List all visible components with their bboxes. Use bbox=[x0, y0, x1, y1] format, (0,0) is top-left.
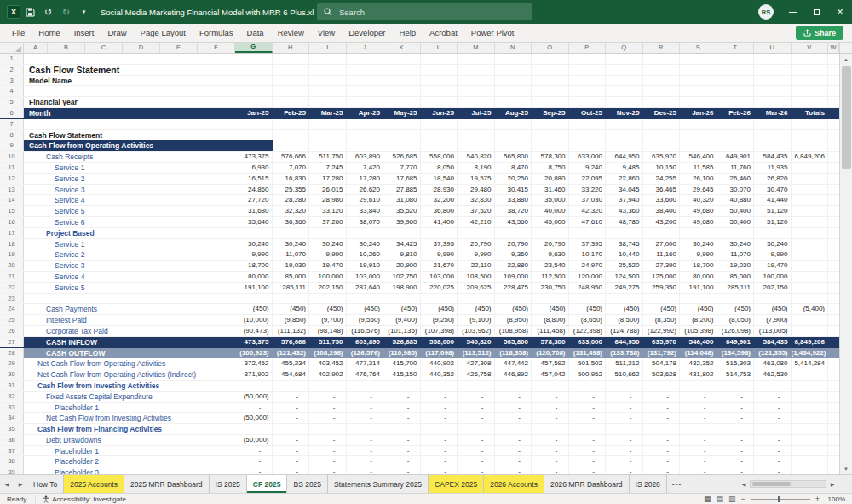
vertical-scroll-thumb[interactable] bbox=[842, 66, 851, 169]
cell-r12-c4[interactable]: 17,280 bbox=[347, 174, 384, 184]
cell-r32-c1[interactable]: (50,000) bbox=[235, 392, 273, 402]
cell-r3-c4[interactable] bbox=[347, 76, 384, 86]
cell-r15-c14[interactable]: 50,400 bbox=[717, 206, 755, 216]
cell-service-4[interactable]: Service 4 bbox=[24, 272, 235, 282]
row-header-28[interactable]: 28 bbox=[0, 348, 24, 358]
cell-r5-c7[interactable] bbox=[458, 97, 495, 107]
cell-r23-c15[interactable] bbox=[754, 294, 792, 304]
cell-r33-c14[interactable]: - bbox=[717, 403, 755, 413]
cell-month[interactable]: Month bbox=[24, 108, 235, 118]
cell-r2-c6[interactable] bbox=[421, 65, 458, 75]
cell-r5-c8[interactable] bbox=[495, 97, 532, 107]
cell-r34-c5[interactable]: - bbox=[383, 413, 421, 423]
cell-r13-c7[interactable]: 29,480 bbox=[458, 185, 495, 195]
cell-r20-c13[interactable]: 18,700 bbox=[680, 261, 717, 271]
cell-r37-c12[interactable]: - bbox=[643, 446, 681, 456]
cell-r33-c16[interactable] bbox=[792, 403, 829, 413]
cell-r14-c4[interactable]: 29,610 bbox=[347, 195, 384, 205]
cell-r24-c11[interactable]: (450) bbox=[606, 304, 643, 314]
cell-r2-c11[interactable] bbox=[606, 65, 643, 75]
cell-r37-c14[interactable]: - bbox=[717, 446, 755, 456]
cell-financial-year[interactable]: Financial year bbox=[24, 97, 235, 107]
cell-r14-c11[interactable]: 37,940 bbox=[606, 195, 643, 205]
cell-r38-c10[interactable]: - bbox=[569, 456, 607, 467]
cell-r12-c16[interactable] bbox=[792, 174, 829, 184]
cell-r3-c3[interactable] bbox=[309, 76, 347, 86]
cell-r21-c14[interactable]: 85,000 bbox=[717, 272, 755, 282]
cell-r17-c3[interactable] bbox=[309, 228, 347, 238]
row-header-39[interactable]: 39 bbox=[0, 467, 24, 474]
column-header-C[interactable]: C bbox=[85, 43, 123, 53]
cell-r38-c16[interactable] bbox=[792, 456, 829, 467]
cell-r27-c13[interactable]: 546,400 bbox=[680, 337, 717, 347]
cell-r8-c15[interactable] bbox=[754, 130, 792, 140]
cell-r20-c6[interactable]: 21,670 bbox=[421, 261, 458, 271]
close-button[interactable]: × bbox=[828, 0, 852, 24]
cell-r2-c12[interactable] bbox=[643, 65, 681, 75]
cell-r38-c14[interactable]: - bbox=[717, 456, 755, 467]
cell-r24-c10[interactable]: (450) bbox=[569, 304, 607, 314]
cell-service-1[interactable]: Service 1 bbox=[24, 163, 235, 173]
cell-r27-c6[interactable]: 558,000 bbox=[421, 337, 458, 347]
cell-r22-c2[interactable]: 285,111 bbox=[273, 283, 310, 293]
cell-r30-c6[interactable]: 440,352 bbox=[421, 369, 458, 380]
cell-r1-c11[interactable] bbox=[606, 54, 643, 64]
cell-r25-c6[interactable]: (9,250) bbox=[421, 315, 458, 325]
cell-r33-c11[interactable]: - bbox=[606, 403, 643, 413]
sheet-nav-left-icon[interactable]: ◀ bbox=[0, 475, 14, 493]
cell-r6-c13[interactable]: Jan-26 bbox=[680, 108, 717, 118]
cell-r17-c5[interactable] bbox=[383, 228, 421, 238]
cell-r2-c1[interactable] bbox=[235, 65, 273, 75]
cell-r21-c9[interactable]: 112,500 bbox=[532, 272, 569, 282]
cell-r10-c12[interactable]: 635,970 bbox=[643, 152, 681, 162]
cell-r26-c6[interactable]: (107,398) bbox=[421, 326, 458, 336]
cell-r36-c3[interactable]: - bbox=[309, 435, 347, 445]
cell-r22-c3[interactable]: 202,150 bbox=[309, 283, 347, 293]
cell-r6-c6[interactable]: Jun-25 bbox=[421, 108, 458, 118]
cell-r11-c16[interactable] bbox=[792, 163, 829, 173]
cell-r35-c3[interactable] bbox=[309, 424, 347, 434]
cell-r1-c2[interactable] bbox=[273, 54, 310, 64]
cell-r38-c7[interactable]: - bbox=[458, 456, 495, 467]
vertical-scrollbar[interactable]: ▲ ▼ bbox=[839, 54, 852, 474]
column-header-V[interactable]: V bbox=[792, 43, 829, 53]
cell-r3-c13[interactable] bbox=[680, 76, 717, 86]
cell-r1-c13[interactable] bbox=[680, 54, 717, 64]
accessibility-button[interactable]: Accessibility: Investigate bbox=[35, 495, 133, 503]
cell-r38-c12[interactable]: - bbox=[643, 456, 681, 467]
cell-r33-c8[interactable]: - bbox=[495, 403, 532, 413]
cell-r6-c4[interactable]: Apr-25 bbox=[347, 108, 384, 118]
cell-r26-c8[interactable]: (108,958) bbox=[495, 326, 532, 336]
cell-r34-c6[interactable]: - bbox=[421, 413, 458, 423]
cell-r23-c3[interactable] bbox=[309, 294, 347, 304]
cell-r10-c3[interactable]: 511,750 bbox=[309, 152, 347, 162]
cell-r26-c15[interactable]: (113,005) bbox=[754, 326, 792, 336]
cell-r4-c10[interactable] bbox=[569, 86, 607, 96]
cell-r24-c13[interactable]: (450) bbox=[680, 304, 717, 314]
cell-cash-flow-statement[interactable]: Cash Flow Statement bbox=[24, 65, 235, 75]
cell-r26-c12[interactable]: (122,992) bbox=[643, 326, 681, 336]
cell-r33-c6[interactable]: - bbox=[421, 403, 458, 413]
cell-r37-c16[interactable] bbox=[792, 446, 829, 456]
cell-r13-c16[interactable] bbox=[792, 185, 829, 195]
cell-r16-c9[interactable]: 45,000 bbox=[532, 217, 569, 227]
row-header-25[interactable]: 25 bbox=[0, 315, 24, 325]
cell-r35-c12[interactable] bbox=[643, 424, 681, 434]
cell-r25-c15[interactable]: (7,900) bbox=[754, 315, 792, 325]
column-header-M[interactable]: M bbox=[458, 43, 495, 53]
cell-r19-c16[interactable] bbox=[792, 249, 829, 260]
cell-r29-c14[interactable]: 515,303 bbox=[717, 358, 755, 369]
cell-cash-outflow[interactable]: CASH OUTFLOW bbox=[24, 348, 235, 358]
row-header-2[interactable]: 2 bbox=[0, 65, 24, 75]
cell-r34-c14[interactable]: - bbox=[717, 413, 755, 423]
cell-r32-c7[interactable]: - bbox=[458, 392, 495, 402]
cell-r34-c10[interactable]: - bbox=[569, 413, 607, 423]
cell-r9-c10[interactable] bbox=[569, 140, 607, 151]
cell-r18-c8[interactable]: 20,790 bbox=[495, 239, 532, 249]
cell-r15-c2[interactable]: 32,320 bbox=[273, 206, 310, 216]
cell-r4-c9[interactable] bbox=[532, 86, 569, 96]
cell-r34-c3[interactable]: - bbox=[309, 413, 347, 423]
cell-r5-c12[interactable] bbox=[643, 97, 681, 107]
scroll-up-icon[interactable]: ▲ bbox=[840, 54, 852, 65]
cell-r9-c1[interactable] bbox=[235, 140, 273, 151]
